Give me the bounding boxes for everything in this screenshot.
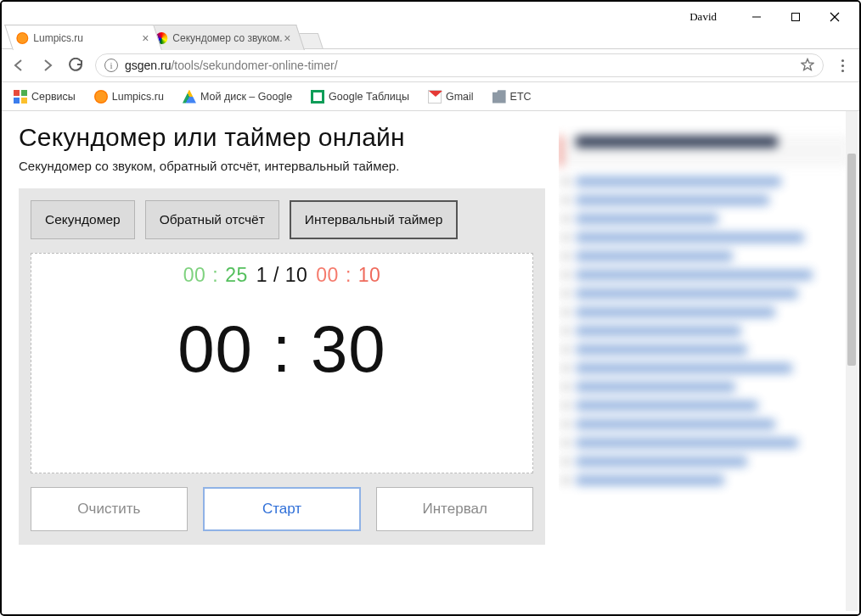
gmail-icon [428,90,442,104]
browser-tabstrip: Lumpics.ru × Секундомер со звуком. × [2,23,706,50]
browser-tab[interactable]: Секундомер со звуком. × [144,25,304,50]
bookmark-label: Сервисы [31,91,76,103]
sheets-icon [311,90,324,104]
interval-summary: 00 : 25 1 / 10 00 : 10 [183,264,381,287]
main-time-display: 00 : 30 [177,311,386,388]
browser-tab[interactable]: Lumpics.ru × [4,25,162,50]
window-minimize-button[interactable] [737,4,776,30]
bookmark-star-icon[interactable] [801,58,814,74]
bookmark-item[interactable]: Google Таблицы [307,87,413,106]
back-button[interactable] [8,55,29,76]
main-column: Секундомер или таймер онлайн Секундомер … [19,123,545,598]
interval-button[interactable]: Интервал [376,487,533,531]
scrollbar-thumb[interactable] [847,154,856,366]
bookmark-item[interactable]: Lumpics.ru [91,87,167,106]
favicon-icon [16,32,28,44]
bookmark-item[interactable]: Мой диск – Google [179,87,295,106]
drive-icon [183,90,196,104]
round-current: 1 [256,264,267,286]
round-total: 10 [285,264,308,286]
bookmarks-apps-button[interactable]: Сервисы [10,87,79,106]
browser-toolbar: i gsgen.ru/tools/sekundomer-online-timer… [2,48,859,82]
site-info-icon[interactable]: i [104,59,118,72]
bookmark-label: Lumpics.ru [112,91,164,103]
work-seconds: 25 [225,264,248,287]
page-subtitle: Секундомер со звуком, обратный отсчёт, и… [19,159,545,173]
mode-interval-button[interactable]: Интервальный таймер [290,200,458,239]
sidebar-column [559,123,859,598]
browser-menu-button[interactable] [832,59,853,72]
rest-minutes: 00 [316,264,339,287]
tab-close-icon[interactable]: × [140,31,150,45]
url-host: gsgen.ru [125,59,171,72]
mode-tabs: Секундомер Обратный отсчёт Интервальный … [31,200,533,239]
work-minutes: 00 [183,264,206,287]
bookmark-folder[interactable]: ETC [489,87,535,106]
tab-title: Секундомер со звуком. [172,32,282,44]
bookmarks-bar: Сервисы Lumpics.ru Мой диск – Google Goo… [2,82,859,111]
mode-countdown-button[interactable]: Обратный отсчёт [145,200,279,239]
colon-icon: : [212,264,218,287]
page-viewport: Секундомер или таймер онлайн Секундомер … [2,111,859,614]
bookmark-label: ETC [510,91,532,103]
colon-icon: : [346,264,352,287]
timer-panel: Секундомер Обратный отсчёт Интервальный … [19,188,545,545]
folder-icon [492,90,506,104]
mode-stopwatch-button[interactable]: Секундомер [31,200,135,239]
bookmark-label: Google Таблицы [329,91,409,103]
url-path: /tools/sekundomer-online-timer/ [171,59,337,72]
page-title: Секундомер или таймер онлайн [19,123,545,152]
sidebar-blurred-content [559,126,851,598]
reload-button[interactable] [66,55,87,76]
action-row: Очистить Старт Интервал [31,487,533,531]
window-maximize-button[interactable] [776,4,815,30]
apps-grid-icon [14,90,27,104]
tab-close-icon[interactable]: × [283,31,293,45]
window-close-button[interactable] [815,4,854,30]
rest-seconds: 10 [358,264,381,287]
forward-button[interactable] [37,55,58,76]
address-bar[interactable]: i gsgen.ru/tools/sekundomer-online-timer… [95,53,824,77]
window-user-label: David [689,10,717,24]
svg-rect-1 [792,13,800,20]
start-button[interactable]: Старт [203,487,362,531]
bookmark-label: Мой диск – Google [200,91,292,103]
timer-display: 00 : 25 1 / 10 00 : 10 00 : 30 [31,253,533,473]
bookmark-label: Gmail [446,91,474,103]
page-scrollbar[interactable] [846,111,858,611]
tab-title: Lumpics.ru [33,32,83,44]
favicon-icon [94,90,108,104]
clear-button[interactable]: Очистить [31,487,188,531]
bookmark-item[interactable]: Gmail [425,87,477,106]
